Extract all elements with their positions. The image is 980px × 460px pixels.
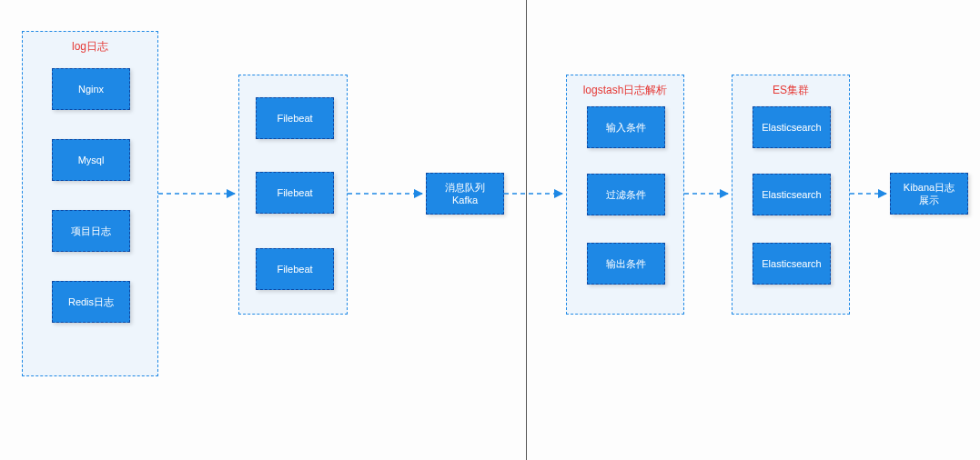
group-es: ES集群 Elasticsearch Elasticsearch Elastic… — [732, 75, 850, 315]
node-filebeat-3: Filebeat — [256, 248, 334, 290]
node-es-3: Elasticsearch — [753, 243, 831, 285]
group-logstash-title: logstash日志解析 — [567, 83, 683, 98]
node-log-redis: Redis日志 — [52, 281, 130, 323]
group-filebeat: Filebeat Filebeat Filebeat — [238, 75, 348, 315]
vertical-divider — [526, 0, 527, 460]
node-filebeat-1: Filebeat — [256, 97, 334, 139]
node-es-1: Elasticsearch — [753, 106, 831, 148]
node-logstash-filter: 过滤条件 — [587, 174, 665, 215]
group-log: log日志 Nginx Mysql 项目日志 Redis日志 — [22, 31, 158, 376]
group-logstash: logstash日志解析 输入条件 过滤条件 输出条件 — [566, 75, 684, 315]
node-logstash-output: 输出条件 — [587, 243, 665, 285]
group-es-title: ES集群 — [732, 83, 849, 98]
node-es-2: Elasticsearch — [753, 174, 831, 215]
group-log-title: log日志 — [23, 39, 157, 55]
node-kibana: Kibana日志 展示 — [890, 173, 968, 215]
node-log-nginx: Nginx — [52, 68, 130, 110]
node-filebeat-2: Filebeat — [256, 172, 334, 214]
node-logstash-input: 输入条件 — [587, 106, 665, 148]
node-log-mysql: Mysql — [52, 139, 130, 181]
diagram-canvas: log日志 Nginx Mysql 项目日志 Redis日志 Filebeat … — [0, 0, 980, 460]
node-log-project: 项目日志 — [52, 210, 130, 252]
node-kafka: 消息队列 Kafka — [426, 173, 504, 215]
